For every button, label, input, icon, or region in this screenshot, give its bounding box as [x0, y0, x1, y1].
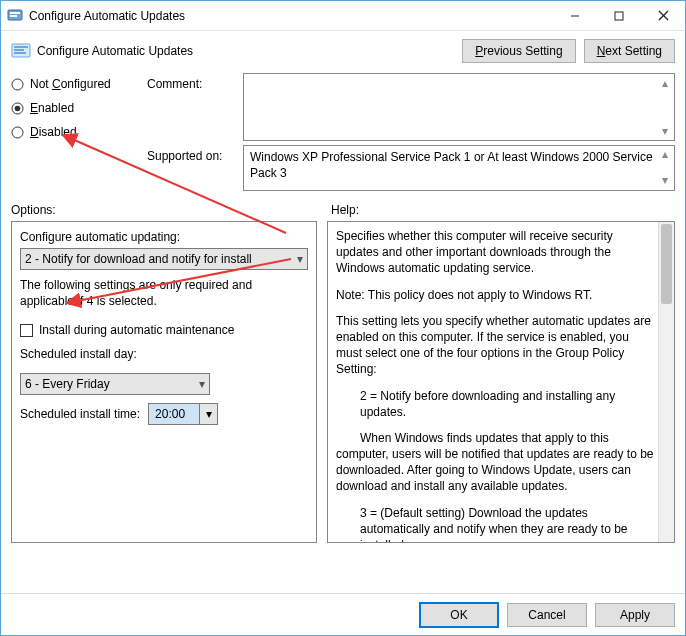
- supported-on-box: Windows XP Professional Service Pack 1 o…: [243, 145, 675, 191]
- chevron-down-icon: ▾: [297, 252, 303, 266]
- policy-icon: [11, 41, 31, 61]
- ok-button[interactable]: OK: [419, 602, 499, 628]
- page-title: Configure Automatic Updates: [37, 44, 462, 58]
- titlebar: Configure Automatic Updates: [1, 1, 685, 31]
- help-panel: Specifies whether this computer will rec…: [327, 221, 675, 543]
- svg-rect-1: [10, 12, 20, 14]
- help-scrollbar[interactable]: [658, 222, 674, 542]
- scheduled-day-select[interactable]: 6 - Every Friday ▾: [20, 373, 210, 395]
- scrollbar-thumb[interactable]: [661, 224, 672, 304]
- next-setting-button[interactable]: Next Setting: [584, 39, 675, 63]
- radio-not-configured[interactable]: Not Configured: [11, 77, 141, 91]
- options-note: The following settings are only required…: [20, 278, 290, 309]
- dialog-footer: OK Cancel Apply: [1, 593, 685, 635]
- top-grid: Not Configured Enabled Disabled Comment:…: [1, 67, 685, 195]
- scheduled-time-value: 20:00: [149, 404, 199, 424]
- svg-rect-10: [14, 52, 26, 54]
- app-icon: [7, 8, 23, 24]
- scheduled-time-input[interactable]: 20:00 ▾: [148, 403, 218, 425]
- apply-button[interactable]: Apply: [595, 603, 675, 627]
- options-panel: Configure automatic updating: 2 - Notify…: [11, 221, 317, 543]
- scheduled-day-value: 6 - Every Friday: [25, 377, 110, 391]
- panels: Configure automatic updating: 2 - Notify…: [1, 221, 685, 543]
- comment-textarea[interactable]: ▴ ▾: [243, 73, 675, 141]
- supported-label: Supported on:: [147, 145, 237, 163]
- chevron-down-icon: ▾: [199, 377, 205, 391]
- window-title: Configure Automatic Updates: [29, 9, 553, 23]
- header-row: Configure Automatic Updates Previous Set…: [1, 31, 685, 67]
- svg-line-5: [659, 11, 668, 20]
- radio-disabled[interactable]: Disabled: [11, 125, 141, 139]
- configure-updating-label: Configure automatic updating:: [20, 230, 308, 244]
- help-text: Specifies whether this computer will rec…: [328, 222, 658, 542]
- chevron-down-icon: ▾: [199, 404, 217, 424]
- comment-label: Comment:: [147, 73, 237, 91]
- configure-updating-select[interactable]: 2 - Notify for download and notify for i…: [20, 248, 308, 270]
- dialog-window: Configure Automatic Updates Configure Au…: [0, 0, 686, 636]
- radio-enabled[interactable]: Enabled: [11, 101, 141, 115]
- svg-point-11: [12, 79, 23, 90]
- svg-rect-2: [10, 15, 17, 17]
- scroll-down-icon: ▾: [658, 124, 672, 138]
- scheduled-time-label: Scheduled install time:: [20, 407, 140, 421]
- scroll-down-icon: ▾: [658, 174, 672, 188]
- close-button[interactable]: [641, 1, 685, 30]
- svg-point-13: [15, 105, 21, 111]
- scheduled-day-label: Scheduled install day:: [20, 347, 308, 361]
- section-labels: Options: Help:: [1, 195, 685, 221]
- checkbox-icon: [20, 324, 33, 337]
- maximize-button[interactable]: [597, 1, 641, 30]
- install-maintenance-label: Install during automatic maintenance: [39, 323, 234, 337]
- scroll-up-icon: ▴: [658, 148, 672, 162]
- svg-rect-4: [615, 12, 623, 20]
- minimize-button[interactable]: [553, 1, 597, 30]
- svg-rect-8: [14, 46, 28, 48]
- install-maintenance-checkbox[interactable]: Install during automatic maintenance: [20, 323, 308, 337]
- state-radio-group: Not Configured Enabled Disabled: [11, 73, 141, 139]
- help-label: Help:: [331, 203, 359, 217]
- svg-point-14: [12, 127, 23, 138]
- cancel-button[interactable]: Cancel: [507, 603, 587, 627]
- configure-updating-value: 2 - Notify for download and notify for i…: [25, 252, 252, 266]
- previous-setting-button[interactable]: Previous Setting: [462, 39, 575, 63]
- scroll-up-icon: ▴: [658, 76, 672, 90]
- svg-rect-9: [14, 49, 24, 51]
- svg-line-6: [659, 11, 668, 20]
- supported-on-text: Windows XP Professional Service Pack 1 o…: [250, 150, 653, 180]
- options-label: Options:: [11, 203, 331, 217]
